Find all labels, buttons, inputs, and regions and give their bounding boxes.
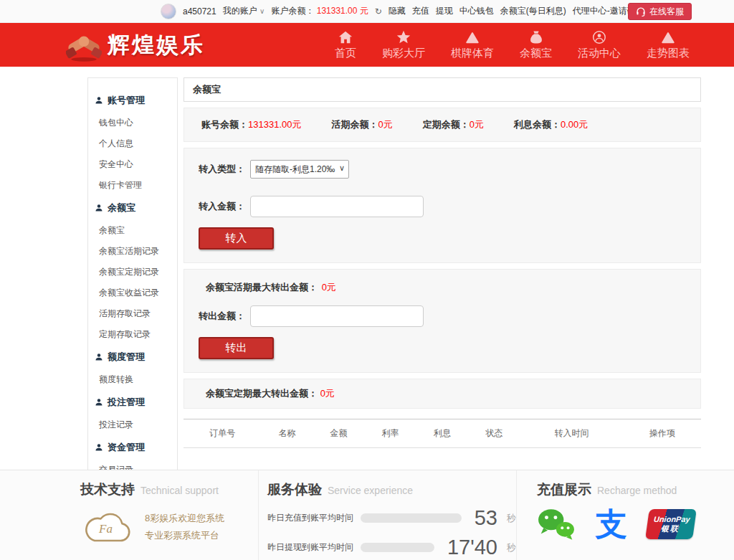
interest-balance-label: 利息余额： [514,119,561,130]
nav-menu: 首页 购彩大厅 棋牌体育 余额宝 [335,23,690,67]
withdraw-link[interactable]: 提现 [436,5,453,17]
account-balance-value: 131331.00元 [248,119,301,130]
fixed-balance-value: 0元 [470,119,484,130]
navbar: 辉煌娱乐 首页 购彩大厅 棋牌体育 余额宝 [0,23,734,67]
page-title: 余额宝 [184,77,701,102]
topbar: a450721 我的账户 ∨ 账户余额： 131331.00 元 ↻ 隐藏 充值… [0,0,734,23]
user-circle-icon [591,29,607,45]
headset-icon [636,6,646,16]
wechat-pay-icon [537,508,576,541]
recharge-link[interactable]: 充值 [412,5,429,17]
transfer-out-amount-input[interactable] [250,305,424,327]
sidebar-section-yuebao[interactable]: 余额宝 [88,196,177,220]
page: a450721 我的账户 ∨ 账户余额： 131331.00 元 ↻ 隐藏 充值… [0,0,734,560]
col-actions: 操作项 [624,419,701,448]
sidebar-item-yuebao-income-records[interactable]: 余额宝收益记录 [88,283,177,303]
my-account-menu[interactable]: 我的账户 ∨ [223,5,265,17]
balance: 账户余额： 131331.00 元 [271,5,368,17]
nav-item-home[interactable]: 首页 [335,29,356,60]
unionpay-text: UnionPay [653,515,690,523]
sidebar-item-yuebao-fixed-records[interactable]: 余额宝定期记录 [88,262,177,283]
transfer-in-amount-label: 转入金额： [199,200,250,213]
col-amount: 金额 [313,419,364,448]
deposit-time-bar-track [361,513,462,523]
transfer-in-button[interactable]: 转入 [199,227,274,250]
sidebar-item-current-deposit-records[interactable]: 活期存取记录 [88,303,177,324]
transfer-out-button[interactable]: 转出 [199,337,274,359]
withdraw-time-bar-track [361,543,434,552]
nav-item-games-sports[interactable]: 棋牌体育 [451,29,494,60]
sidebar-item-personal-info[interactable]: 个人信息 [88,133,177,154]
user-icon [95,398,103,407]
current-balance-value: 0元 [378,119,392,130]
balance-value: 131331.00 元 [317,6,368,16]
recharge-subtitle: Recharge method [597,485,677,496]
balance-label: 账户余额： [271,6,314,16]
refresh-icon[interactable]: ↻ [375,6,382,16]
col-interest: 利息 [416,419,468,448]
username: a450721 [183,6,216,16]
sidebar-section-quota[interactable]: 额度管理 [88,345,177,369]
transfer-out-panel: 余额宝活期最大转出金额： 0元 转出金额： 转出 [184,269,701,373]
online-service-button[interactable]: 在线客服 [628,3,692,20]
sidebar-section-betting[interactable]: 投注管理 [88,390,177,414]
footer-recharge-methods: 充值展示 Recharge method 支 UnionPay 银联 [516,470,734,560]
transfer-in-panel: 转入类型： 随存随取-利息1.20‰ ∨ 转入金额： 转入 [184,148,701,263]
tech-support-title: 技术支持 [80,480,135,499]
sidebar-item-fixed-deposit-records[interactable]: 定期存取记录 [88,324,177,345]
transfer-in-type-select[interactable]: 随存随取-利息1.20‰ [250,160,349,179]
col-transfer-time: 转入时间 [520,419,623,448]
deposit-time-unit: 秒 [507,512,516,525]
transfer-in-amount-input[interactable] [250,196,424,217]
tech-line-1: 8彩娱乐欢迎您系统 [145,510,224,527]
sidebar-item-bet-records[interactable]: 投注记录 [88,414,177,435]
triangle-icon [464,29,480,45]
col-rate: 利率 [365,419,416,448]
triangle-chart-icon [660,29,676,45]
user-icon [95,443,103,452]
nav-item-activity-center[interactable]: 活动中心 [578,29,621,60]
center-wallet-link[interactable]: 中心钱包 [459,5,494,17]
sidebar-item-yuebao-current-records[interactable]: 余额宝活期记录 [88,241,177,262]
hide-balance-link[interactable]: 隐藏 [389,5,406,17]
avatar[interactable] [161,4,176,19]
recharge-title: 充值展示 [537,480,591,499]
interest-balance-value: 0.00元 [561,119,588,130]
current-max-transfer-out-label: 余额宝活期最大转出金额： [206,282,318,293]
deposit-time-label: 昨日充值到账平均时间 [267,512,353,524]
footer-tech-support: 技术支持 Technical support Fa 8彩娱乐欢迎您系统 专业彩票… [0,470,258,560]
handshake-logo-icon [66,29,102,62]
nav-item-trend-charts[interactable]: 走势图表 [647,29,690,60]
nav-item-lottery-hall[interactable]: 购彩大厅 [382,29,425,60]
fixed-max-panel: 余额宝定期最大转出金额： 0元 [184,379,701,409]
nav-item-yuebao[interactable]: 余额宝 [520,29,552,60]
unionpay-icon: UnionPay 银联 [645,509,697,539]
sidebar-section-funds[interactable]: 资金管理 [88,435,177,460]
records-table: 订单号 名称 金额 利率 利息 状态 转入时间 操作项 [184,419,701,448]
cloud-logo-text: Fa [99,522,113,536]
unionpay-cn-text: 银联 [661,523,680,534]
alipay-icon: 支 [596,508,627,540]
current-max-transfer-out-value: 0元 [322,282,336,293]
sidebar-item-yuebao[interactable]: 余额宝 [88,220,177,241]
tech-support-subtitle: Technical support [140,485,219,496]
col-status: 状态 [468,419,520,448]
sidebar-section-account[interactable]: 账号管理 [88,88,177,113]
footer: 技术支持 Technical support Fa 8彩娱乐欢迎您系统 专业彩票… [0,470,734,560]
brand-title: 辉煌娱乐 [108,30,205,60]
balance-summary: 账号余额：131331.00元 活期余额：0元 定期余额：0元 利息余额：0.0… [184,108,701,142]
transfer-out-amount-label: 转出金额： [199,310,250,323]
deposit-time-value: 53 [475,508,497,528]
sidebar-item-quota-convert[interactable]: 额度转换 [88,369,177,390]
brand-logo[interactable]: 辉煌娱乐 [66,29,205,62]
star-icon [396,29,411,45]
footer-service-experience: 服务体验 Service experience 昨日充值到账平均时间 53 秒 … [258,470,516,560]
col-order-id: 订单号 [184,419,261,448]
yuebao-link[interactable]: 余额宝(每日利息) [500,5,566,17]
tech-line-2: 专业彩票系统平台 [145,527,224,544]
content: 余额宝 账号余额：131331.00元 活期余额：0元 定期余额：0元 利息余额… [184,77,701,448]
sidebar-item-security-center[interactable]: 安全中心 [88,154,177,175]
fixed-max-transfer-out-label: 余额宝定期最大转出金额： [206,388,318,399]
sidebar-item-wallet-center[interactable]: 钱包中心 [88,113,177,133]
sidebar-item-bank-card[interactable]: 银行卡管理 [88,175,177,196]
